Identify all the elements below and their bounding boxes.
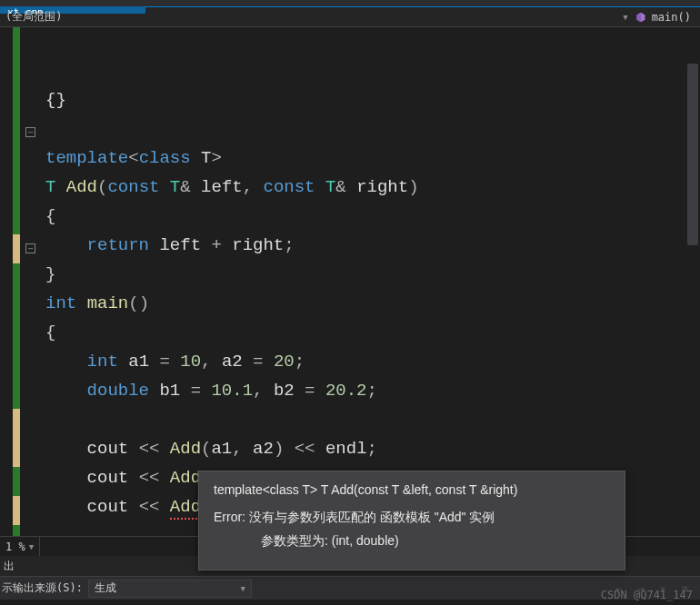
code-line[interactable]: T Add(const T& left, const T& right) (45, 173, 700, 202)
scope-dropdown-right[interactable]: main() (635, 11, 700, 24)
code-line[interactable]: return left + right; (45, 231, 700, 260)
fold-toggle-icon[interactable]: − (25, 127, 35, 137)
editor-gutter: −− (0, 27, 36, 545)
output-toolbar: 示输出来源(S): 生成 ▼ ⇤ ⇥ ✕ ≡ (0, 576, 700, 600)
chevron-down-icon[interactable]: ▼ (615, 13, 635, 22)
scope-function-label: main() (652, 11, 691, 24)
error-tooltip: template<class T> T Add(const T &left, c… (198, 471, 625, 570)
code-line[interactable]: { (45, 318, 700, 347)
scope-dropdown-left[interactable]: (全局范围) (0, 9, 615, 25)
chevron-down-icon[interactable]: ▼ (25, 542, 34, 551)
code-line[interactable]: } (45, 260, 700, 289)
tooltip-signature: template<class T> T Add(const T &left, c… (214, 482, 610, 497)
watermark: CSDN @Q741_147 (601, 589, 693, 601)
chevron-down-icon[interactable]: ▼ (236, 584, 245, 593)
output-source-label: 示输出来源(S): (2, 580, 83, 596)
code-content[interactable]: {}template<class T>T Add(const T& left, … (36, 27, 700, 545)
tooltip-error-line2: 参数类型为: (int, double) (214, 533, 610, 550)
tooltip-error-line1: Error: 没有与参数列表匹配的 函数模板 "Add" 实例 (214, 510, 610, 526)
code-line[interactable] (45, 405, 700, 434)
code-line[interactable]: template<class T> (45, 144, 700, 173)
zoom-level[interactable]: 1 % ▼ (0, 537, 40, 556)
fold-toggle-icon[interactable]: − (25, 243, 35, 253)
code-line[interactable]: int a1 = 10, a2 = 20; (45, 347, 700, 376)
code-line[interactable]: int main() (45, 289, 700, 318)
code-line[interactable]: cout << Add(a1, a2) << endl; (45, 434, 700, 463)
method-icon (635, 12, 646, 23)
code-editor[interactable]: −− {}template<class T>T Add(const T& lef… (0, 27, 700, 545)
code-line[interactable]: { (45, 202, 700, 231)
output-source-dropdown[interactable]: 生成 ▼ (88, 580, 252, 598)
code-line[interactable]: double b1 = 10.1, b2 = 20.2; (45, 376, 700, 405)
scrollbar-thumb[interactable] (687, 64, 698, 245)
code-line[interactable] (45, 114, 700, 144)
code-line[interactable]: {} (45, 85, 700, 114)
scope-bar: (全局范围) ▼ main() (0, 7, 700, 27)
